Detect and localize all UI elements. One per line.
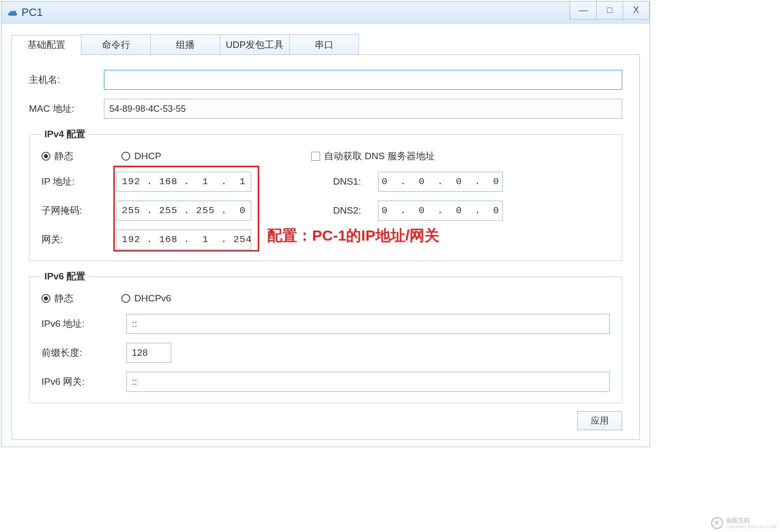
- window-title: PC1: [21, 6, 43, 19]
- ipv6-gateway-label: IPv6 网关:: [41, 375, 126, 388]
- tab-command-line[interactable]: 命令行: [81, 34, 151, 54]
- tab-multicast[interactable]: 组播: [150, 34, 220, 54]
- radio-icon: [41, 152, 50, 161]
- close-button[interactable]: X: [623, 1, 650, 19]
- ipv4-radio-static-label: 静态: [54, 150, 73, 163]
- ipv6-address-label: IPv6 地址:: [41, 317, 126, 330]
- window-controls: — □ X: [570, 1, 650, 23]
- ipv6-radio-static[interactable]: 静态: [41, 292, 73, 305]
- dns2-input[interactable]: 0 . 0 . 0 . 0: [378, 201, 503, 221]
- config-panel: 主机名: MAC 地址: 54-89-98-4C-53-55 IPv4 配置 静…: [11, 55, 640, 440]
- gateway-input[interactable]: 192 . 168 . 1 . 254: [116, 230, 251, 250]
- tab-basic-config[interactable]: 基础配置: [11, 35, 81, 55]
- ipv6-address-input[interactable]: ::: [126, 314, 610, 334]
- radio-icon: [121, 152, 130, 161]
- minimize-button[interactable]: —: [570, 1, 597, 19]
- subnet-mask-input[interactable]: 255 . 255 . 255 . 0: [116, 201, 251, 221]
- ip-address-input[interactable]: 192 . 168 . 1 . 1: [116, 172, 251, 192]
- ipv4-grid: IP 地址: 192 . 168 . 1 . 1 DNS1: 0 . 0 . 0…: [41, 172, 610, 250]
- hostname-label: 主机名:: [29, 73, 104, 86]
- ipv6-grid: IPv6 地址: :: 前缀长度: 128 IPv6 网关: ::: [41, 314, 610, 392]
- dns1-label: DNS1:: [318, 176, 378, 187]
- hostname-input[interactable]: [104, 70, 622, 90]
- auto-dns-checkbox[interactable]: 自动获取 DNS 服务器地址: [311, 150, 435, 163]
- ipv4-radio-static[interactable]: 静态: [41, 150, 73, 163]
- annotation-text: 配置：PC-1的IP地址/网关: [267, 226, 439, 246]
- app-window: PC1 — □ X 基础配置 命令行 组播 UDP发包工具 串口 主机名: MA…: [1, 1, 650, 447]
- ipv6-radio-dhcpv6[interactable]: DHCPv6: [121, 293, 171, 304]
- dns1-input[interactable]: 0 . 0 . 0 . 0: [378, 172, 503, 192]
- maximize-button[interactable]: □: [596, 1, 623, 19]
- mac-value: 54-89-98-4C-53-55: [104, 99, 622, 119]
- ipv4-legend: IPv4 配置: [41, 128, 88, 141]
- radio-icon: [41, 294, 50, 303]
- gateway-label: 网关:: [41, 233, 116, 246]
- ipv6-radio-dhcpv6-label: DHCPv6: [134, 293, 171, 304]
- radio-icon: [121, 294, 130, 303]
- titlebar: PC1 — □ X: [1, 1, 650, 23]
- ipv6-group: IPv6 配置 静态 DHCPv6 IPv6 地址: :: 前缀长度:: [29, 270, 622, 403]
- ipv6-prefix-input[interactable]: 128: [126, 343, 171, 363]
- ipv4-radio-dhcp[interactable]: DHCP: [121, 151, 161, 162]
- ipv4-group: IPv4 配置 静态 DHCP 自动获取 DNS 服务器地址: [29, 128, 622, 261]
- ipv4-radio-dhcp-label: DHCP: [134, 151, 161, 162]
- dns2-label: DNS2:: [318, 205, 378, 216]
- ipv6-gateway-input[interactable]: ::: [126, 372, 610, 392]
- ipv6-legend: IPv6 配置: [41, 270, 88, 283]
- mac-label: MAC 地址:: [29, 102, 104, 115]
- tab-serial[interactable]: 串口: [289, 34, 359, 54]
- ipv6-radio-static-label: 静态: [54, 292, 73, 305]
- apply-button[interactable]: 应用: [577, 411, 622, 430]
- ipv6-prefix-label: 前缀长度:: [41, 346, 126, 359]
- auto-dns-label: 自动获取 DNS 服务器地址: [324, 150, 435, 163]
- subnet-mask-label: 子网掩码:: [41, 204, 116, 217]
- ip-address-label: IP 地址:: [41, 175, 116, 188]
- checkbox-icon: [311, 152, 320, 161]
- tab-udp-tool[interactable]: UDP发包工具: [220, 34, 290, 54]
- app-icon: [5, 6, 18, 19]
- tab-bar: 基础配置 命令行 组播 UDP发包工具 串口: [11, 34, 640, 55]
